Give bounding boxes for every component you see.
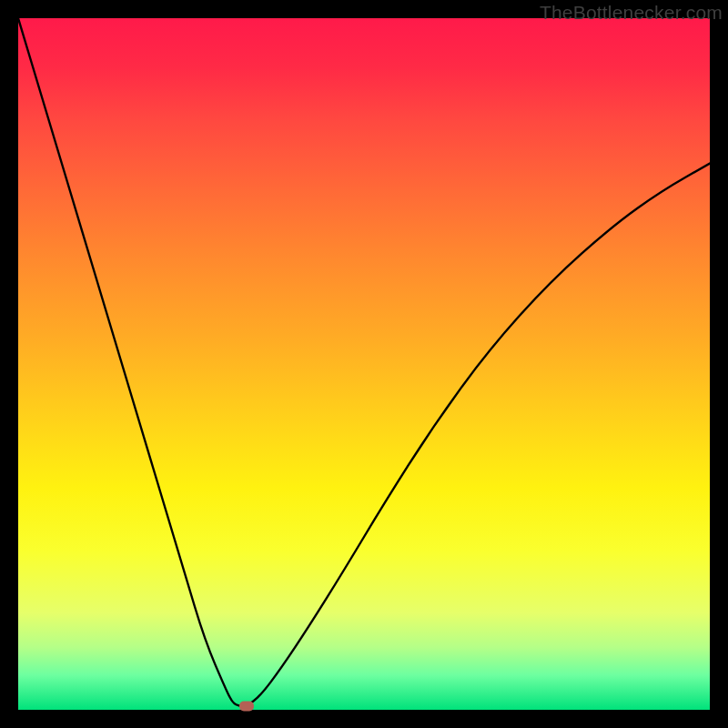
chart-frame bbox=[18, 18, 710, 710]
optimum-marker bbox=[239, 702, 254, 712]
bottleneck-curve bbox=[18, 18, 710, 710]
watermark-text: TheBottlenecker.com bbox=[540, 2, 723, 24]
